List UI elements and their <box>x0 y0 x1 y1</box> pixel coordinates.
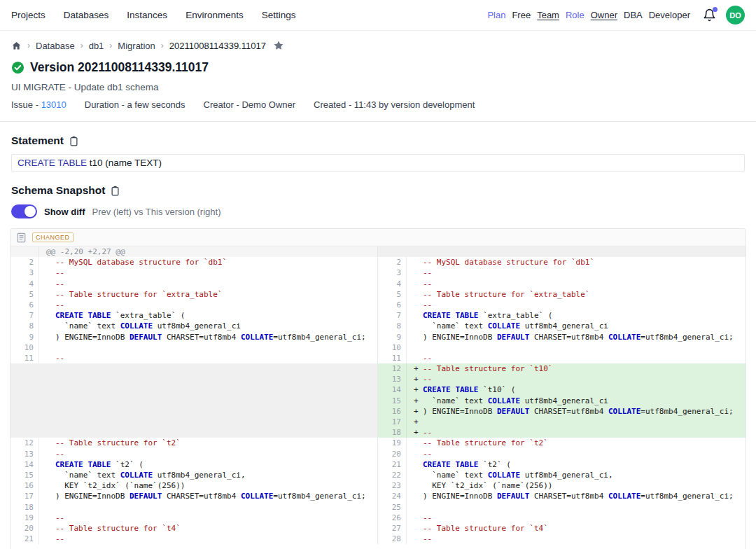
breadcrumb-item-4[interactable]: 20211008114339.11017 <box>169 41 266 51</box>
nav-plan: Plan <box>487 10 505 20</box>
line-number: 16 <box>378 406 406 417</box>
diff-body[interactable]: @@ -2,20 +2,27 @@2-- MySQL database stru… <box>10 246 746 549</box>
code-line: `name` text COLLATE utf8mb4_general_ci, <box>406 470 746 480</box>
diff-right-cell: 12+-- Table structure for `t10` <box>378 363 746 374</box>
line-number: 19 <box>10 513 38 523</box>
diff-right-cell: 16+) ENGINE=InnoDB DEFAULT CHARSET=utf8m… <box>378 406 746 417</box>
line-number <box>10 246 38 257</box>
code-line: -- <box>406 267 746 278</box>
code-text: CREATE TABLE `t10` ( <box>423 385 515 394</box>
star-icon[interactable] <box>273 40 284 51</box>
code-line: -- Table structure for `extra_table` <box>38 289 377 300</box>
diff-row: 16 KEY `t2_idx` (`name`(256))23 KEY `t2_… <box>10 480 746 491</box>
toggle-knob <box>24 206 36 217</box>
code-text: CREATE TABLE `t2` ( <box>423 460 511 469</box>
diff-marker: + <box>414 396 423 406</box>
code-text: -- <box>55 513 64 522</box>
diff-right-cell: 5-- Table structure for `extra_table` <box>378 289 746 300</box>
diff-right-cell: 6-- <box>378 300 746 310</box>
code-line: -- Table structure for `t4` <box>38 523 377 534</box>
code-line: -- <box>38 353 377 363</box>
code-line: +-- <box>406 374 746 384</box>
diff-left-cell: 12-- Table structure for `t2` <box>10 438 378 448</box>
breadcrumb-item-3[interactable]: Migration <box>118 41 155 51</box>
code-text: ) ENGINE=InnoDB DEFAULT CHARSET=utf8mb4 … <box>423 407 734 416</box>
code-text: -- <box>55 354 64 363</box>
diff-left-cell <box>10 417 378 427</box>
code-text: -- <box>55 534 64 543</box>
code-text: -- <box>423 534 432 543</box>
diff-row: 15+ `name` text COLLATE utf8mb4_general_… <box>10 396 746 406</box>
nav-dba[interactable]: DBA <box>624 10 643 20</box>
line-number: 5 <box>10 289 38 300</box>
diff-right-cell: 24) ENGINE=InnoDB DEFAULT CHARSET=utf8mb… <box>378 491 746 501</box>
code-line: -- <box>38 300 377 310</box>
code-text: `name` text COLLATE utf8mb4_general_ci, <box>55 471 246 480</box>
diff-right-cell: 14+CREATE TABLE `t10` ( <box>378 384 746 395</box>
nav-item-instances[interactable]: Instances <box>127 10 167 20</box>
code-text: -- Table structure for `t2` <box>423 438 548 447</box>
hunk-header: @@ -2,20 +2,27 @@ <box>38 246 377 257</box>
chevron-right-icon: › <box>80 41 83 50</box>
line-number: 20 <box>10 523 38 534</box>
nav-item-databases[interactable]: Databases <box>64 10 109 20</box>
line-number: 4 <box>378 279 406 289</box>
diff-marker: + <box>414 384 423 395</box>
notification-bell-icon[interactable] <box>703 8 716 22</box>
code-text: ) ENGINE=InnoDB DEFAULT CHARSET=utf8mb4 … <box>423 333 734 342</box>
line-number: 24 <box>378 491 406 501</box>
diff-row: 11--11-- <box>10 353 746 363</box>
diff-left-cell: 16 KEY `t2_idx` (`name`(256)) <box>10 480 378 491</box>
copy-statement-icon[interactable] <box>69 136 79 146</box>
diff-right-cell: 25 <box>378 502 746 513</box>
code-line <box>406 342 746 353</box>
code-line: CREATE TABLE `t2` ( <box>38 459 377 470</box>
nav-free[interactable]: Free <box>512 10 531 20</box>
nav-item-settings[interactable]: Settings <box>262 10 296 20</box>
home-icon[interactable] <box>11 41 22 51</box>
diff-marker: + <box>414 374 423 384</box>
diff-right-cell: 19-- Table structure for `t2` <box>378 438 746 448</box>
nav-item-projects[interactable]: Projects <box>11 10 46 20</box>
code-line: ) ENGINE=InnoDB DEFAULT CHARSET=utf8mb4 … <box>38 332 377 342</box>
line-number: 13 <box>10 449 38 459</box>
diff-left-cell: 20-- Table structure for `t4` <box>10 523 378 534</box>
code-text: -- <box>55 279 64 289</box>
code-line: + <box>406 417 746 427</box>
diff-row: 3--3-- <box>10 267 746 278</box>
code-text: -- Table structure for `t2` <box>55 438 181 447</box>
diff-left-cell: 6-- <box>10 300 378 310</box>
diff-row: 20-- Table structure for `t4`27-- Table … <box>10 523 746 534</box>
meta-item-2: Duration - a few seconds <box>85 99 186 110</box>
copy-schema-icon[interactable] <box>110 186 120 196</box>
code-line <box>38 342 377 353</box>
nav-item-environments[interactable]: Environments <box>186 10 244 20</box>
show-diff-toggle[interactable] <box>11 204 37 218</box>
nav-developer[interactable]: Developer <box>649 10 690 20</box>
schema-diff-viewer: CHANGED @@ -2,20 +2,27 @@2-- MySQL datab… <box>10 228 746 549</box>
diff-marker: + <box>414 427 423 438</box>
diff-row: 21--28-- <box>10 534 746 544</box>
nav-owner[interactable]: Owner <box>591 10 617 20</box>
diff-left-cell <box>10 374 378 384</box>
diff-right-cell: 2-- MySQL database structure for `db1` <box>378 257 746 267</box>
code-text: -- <box>423 300 432 310</box>
code-line: `name` text COLLATE utf8mb4_general_ci, <box>38 470 377 480</box>
top-nav: ProjectsDatabasesInstancesEnvironmentsSe… <box>0 0 756 31</box>
diff-row: 12-- Table structure for `t2`19-- Table … <box>10 438 746 448</box>
breadcrumb-item-1[interactable]: Database <box>36 41 75 51</box>
diff-row: @@ -2,20 +2,27 @@ <box>10 246 746 257</box>
line-number: 22 <box>378 470 406 480</box>
diff-left-cell <box>10 363 378 374</box>
diff-left-cell: 7CREATE TABLE `extra_table` ( <box>10 310 378 321</box>
diff-right-cell: 27-- Table structure for `t4` <box>378 523 746 534</box>
diff-row: 19--26-- <box>10 513 746 523</box>
diff-row: 12+-- Table structure for `t10` <box>10 363 746 374</box>
nav-team[interactable]: Team <box>537 10 559 20</box>
diff-left-cell: 13-- <box>10 449 378 459</box>
code-text: -- <box>423 268 432 277</box>
breadcrumb-item-2[interactable]: db1 <box>89 41 104 51</box>
avatar[interactable]: DO <box>726 6 745 25</box>
issue-link[interactable]: 13010 <box>41 99 66 110</box>
meta-item-3: Creator - Demo Owner <box>204 99 295 110</box>
